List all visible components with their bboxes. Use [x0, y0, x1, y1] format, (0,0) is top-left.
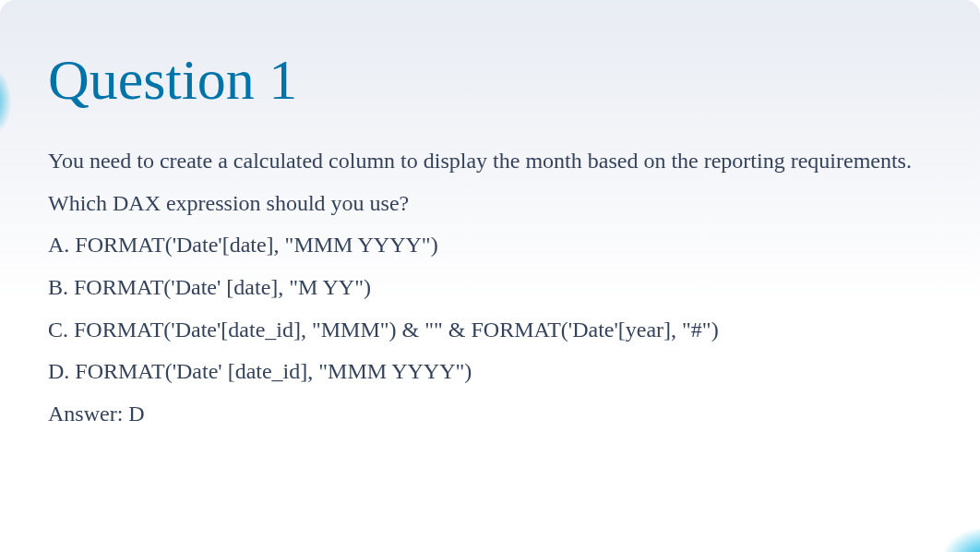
option-a: A. FORMAT('Date'[date], "MMM YYYY") — [48, 230, 932, 261]
option-c: C. FORMAT('Date'[date_id], "MMM") & "" &… — [48, 315, 932, 346]
question-body: You need to create a calculated column t… — [48, 146, 932, 429]
prompt-text-1: You need to create a calculated column t… — [48, 146, 932, 177]
prompt-text-2: Which DAX expression should you use? — [48, 188, 932, 220]
decoration-bottom-right — [897, 487, 980, 552]
option-d: D. FORMAT('Date' [date_id], "MMM YYYY") — [48, 356, 932, 388]
decoration-top-left — [0, 65, 28, 138]
question-title: Question 1 — [48, 48, 932, 111]
slide-container: Question 1 You need to create a calculat… — [0, 0, 980, 552]
option-b: B. FORMAT('Date' [date], "M YY") — [48, 272, 932, 304]
answer-text: Answer: D — [48, 399, 932, 430]
